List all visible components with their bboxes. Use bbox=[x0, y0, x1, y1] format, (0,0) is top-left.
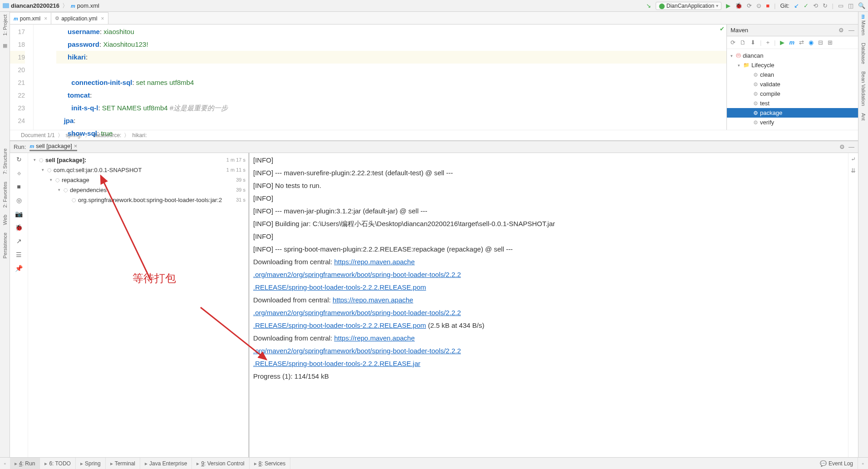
run-config-selector[interactable]: ⬤ DianCanApplication ▾ bbox=[656, 2, 721, 10]
editor-gutter: 1718192021222324 bbox=[10, 25, 34, 130]
run-tab-label[interactable]: sell [package] bbox=[36, 143, 72, 149]
right-tool-stripe: m Maven Database Bean Validation Ant bbox=[858, 12, 868, 457]
tool-window-icon[interactable]: ▫ bbox=[0, 460, 10, 467]
git-revert-icon[interactable]: ↻ bbox=[823, 2, 828, 9]
download-icon[interactable]: ⬇ bbox=[750, 39, 755, 46]
split-icon[interactable]: ◫ bbox=[848, 2, 853, 9]
corner-icon[interactable]: ▫ bbox=[858, 460, 868, 467]
exit-icon[interactable]: ↗ bbox=[16, 237, 22, 245]
bottom-tab-8-services[interactable]: ▸8: Services bbox=[250, 458, 290, 469]
gear-icon[interactable]: ⚙ bbox=[839, 143, 845, 150]
run-tree-node[interactable]: ▾◌ sell [package]: 1 m 17 s bbox=[28, 155, 248, 165]
folder-stripe-icon[interactable]: ▦ bbox=[3, 43, 7, 49]
pin-icon[interactable]: 📌 bbox=[15, 265, 23, 272]
maven-goal-test[interactable]: ⚙test bbox=[727, 99, 858, 108]
toggle-icon[interactable]: ⇄ bbox=[799, 39, 804, 46]
bottom-tab-terminal[interactable]: ▸Terminal bbox=[106, 458, 140, 469]
run-tree-node[interactable]: ◌ org.springframework.boot:spring-boot-l… bbox=[28, 195, 248, 205]
m-icon[interactable]: m bbox=[789, 39, 794, 46]
breadcrumb-sep: 〉 bbox=[62, 2, 68, 10]
attach-icon[interactable]: ⟐ bbox=[17, 169, 21, 177]
minimize-icon[interactable]: — bbox=[848, 143, 854, 150]
left-tab-favorites[interactable]: 2: Favorites bbox=[2, 182, 8, 207]
hammer-icon[interactable]: ↘ bbox=[646, 2, 651, 9]
run-icon[interactable]: ▶ bbox=[726, 2, 731, 9]
left-tool-stripe: 1: Project ▦ 7: Structure 2: Favorites W… bbox=[0, 12, 10, 457]
layout-icon[interactable]: ☰ bbox=[16, 251, 22, 258]
code-editor[interactable]: 1718192021222324 username: xiaoshitou pa… bbox=[10, 25, 726, 130]
maven-goal-verify[interactable]: ⚙verify bbox=[727, 118, 858, 127]
run-tree-node[interactable]: ▾◌ dependencies 39 s bbox=[28, 185, 248, 195]
git-history-icon[interactable]: ⟲ bbox=[813, 2, 818, 9]
right-tab-maven[interactable]: m Maven bbox=[861, 15, 866, 35]
soft-wrap-icon[interactable]: ⤶ bbox=[851, 156, 856, 163]
git-commit-icon[interactable]: ✓ bbox=[804, 2, 809, 9]
git-label: Git: bbox=[780, 2, 789, 9]
maven-lifecycle[interactable]: ▾📁Lifecycle bbox=[727, 60, 858, 70]
bottom-tab-4-run[interactable]: ▸4: Run bbox=[10, 458, 40, 469]
collapse-icon[interactable]: ⊟ bbox=[818, 39, 823, 46]
run-tree-node[interactable]: ▾◌ repackage 39 s bbox=[28, 175, 248, 185]
maven-goal-compile[interactable]: ⚙compile bbox=[727, 89, 858, 99]
tab-application-yml[interactable]: ⚙ application.yml × bbox=[51, 12, 108, 24]
run-tree-node[interactable]: ▾◌ com.qcl:sell:jar:0.0.1-SNAPSHOT 1 m 1… bbox=[28, 165, 248, 175]
rerun-icon[interactable]: ↻ bbox=[16, 156, 22, 163]
right-tab-database[interactable]: Database bbox=[861, 43, 866, 64]
stop-icon[interactable]: ■ bbox=[17, 183, 20, 190]
bottom-tab-9-version-control[interactable]: ▸9: Version Control bbox=[192, 458, 249, 469]
tab-pom[interactable]: m pom.xml × bbox=[10, 12, 51, 24]
git-update-icon[interactable]: ↙ bbox=[794, 2, 799, 9]
target-icon[interactable]: ◉ bbox=[809, 39, 814, 46]
maven-goal-validate[interactable]: ⚙validate bbox=[727, 79, 858, 89]
bottom-tab-java-enterprise[interactable]: ▸Java Enterprise bbox=[140, 458, 192, 469]
left-tab-persistence[interactable]: Persistence bbox=[2, 232, 8, 258]
reload-icon[interactable]: ⟳ bbox=[731, 39, 736, 46]
right-tab-bean[interactable]: Bean Validation bbox=[861, 71, 866, 106]
left-tab-structure[interactable]: 7: Structure bbox=[2, 148, 8, 174]
maven-toolbar: ⟳ 🗋 ⬇ | + | ▶ m ⇄ ◉ ⊟ ⊞ bbox=[727, 36, 858, 49]
breadcrumb-file[interactable]: pom.xml bbox=[77, 2, 99, 9]
maven-tool-window: Maven ⚙ — ⟳ 🗋 ⬇ | + | ▶ m ⇄ ◉ ⊟ ⊞ ▾ⓜdi bbox=[726, 25, 858, 130]
maven-file-icon: m bbox=[29, 143, 34, 149]
generate-icon[interactable]: 🗋 bbox=[740, 39, 746, 46]
add-icon[interactable]: + bbox=[766, 39, 770, 46]
bottom-tab-spring[interactable]: ▸Spring bbox=[76, 458, 106, 469]
toolbar-right: ↘ ⬤ DianCanApplication ▾ ▶ 🐞 ⟳ ⊙ ■ | Git… bbox=[646, 2, 865, 10]
debug-icon[interactable]: 🐞 bbox=[735, 2, 742, 9]
target-icon[interactable]: ◎ bbox=[16, 197, 22, 204]
maven-tree[interactable]: ▾ⓜdiancan▾📁Lifecycle⚙clean⚙validate⚙comp… bbox=[727, 49, 858, 130]
left-tab-web[interactable]: Web bbox=[2, 215, 8, 225]
gear-icon[interactable]: ⚙ bbox=[839, 27, 844, 34]
left-tab-project[interactable]: 1: Project bbox=[2, 15, 8, 35]
minimize-icon[interactable]: — bbox=[848, 27, 854, 34]
folder-icon bbox=[3, 3, 9, 8]
run-build-tree[interactable]: 等待打包 ▾◌ sell [package]: 1 m 17 s ▾◌ com.… bbox=[28, 153, 250, 457]
maven-file-icon: m bbox=[71, 3, 75, 9]
tab-label: application.yml bbox=[61, 15, 97, 22]
bottom-tab-6-todo[interactable]: ▸6: TODO bbox=[40, 458, 76, 469]
expand-icon[interactable]: ⊞ bbox=[828, 39, 833, 46]
breadcrumb-project[interactable]: diancan20200216 bbox=[11, 2, 59, 9]
maven-goal-package[interactable]: ⚙package bbox=[727, 108, 858, 118]
maven-root[interactable]: ▾ⓜdiancan bbox=[727, 51, 858, 60]
maven-goal-clean[interactable]: ⚙clean bbox=[727, 70, 858, 79]
camera-icon[interactable]: 📷 bbox=[15, 210, 23, 217]
event-log-button[interactable]: 💬 Event Log bbox=[815, 458, 858, 469]
scroll-icon[interactable]: ⇊ bbox=[851, 167, 856, 174]
run-right-gutter: ⤶ ⇊ bbox=[848, 153, 858, 457]
search-icon[interactable]: 🔍 bbox=[858, 2, 865, 9]
profile-icon[interactable]: ⊙ bbox=[756, 2, 761, 9]
close-icon[interactable]: × bbox=[44, 15, 47, 22]
right-tab-ant[interactable]: Ant bbox=[861, 113, 866, 121]
layout-icon[interactable]: ▭ bbox=[838, 2, 843, 9]
stop-icon[interactable]: ■ bbox=[766, 2, 770, 9]
run-title-label: Run: bbox=[14, 143, 26, 150]
run-console[interactable]: [INFO][INFO] --- maven-surefire-plugin:2… bbox=[250, 153, 848, 457]
bug-icon[interactable]: 🐞 bbox=[15, 224, 23, 231]
close-icon[interactable]: × bbox=[101, 15, 104, 22]
run-icon[interactable]: ▶ bbox=[780, 39, 785, 46]
editor-code[interactable]: username: xiaoshitou password: Xiaoshito… bbox=[34, 25, 726, 130]
close-icon[interactable]: × bbox=[74, 143, 78, 149]
cog-icon: ⚙ bbox=[55, 15, 59, 21]
coverage-icon[interactable]: ⟳ bbox=[747, 2, 752, 9]
